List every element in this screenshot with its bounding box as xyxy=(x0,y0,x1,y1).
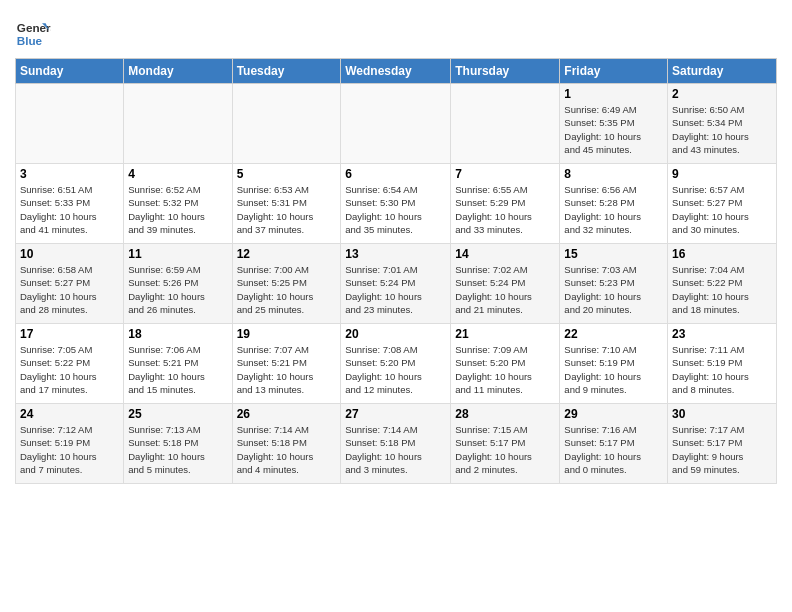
day-header-monday: Monday xyxy=(124,59,232,84)
calendar-cell: 26Sunrise: 7:14 AM Sunset: 5:18 PM Dayli… xyxy=(232,404,341,484)
day-info: Sunrise: 7:10 AM Sunset: 5:19 PM Dayligh… xyxy=(564,343,663,396)
day-number: 3 xyxy=(20,167,119,181)
calendar-week-2: 3Sunrise: 6:51 AM Sunset: 5:33 PM Daylig… xyxy=(16,164,777,244)
calendar-cell: 27Sunrise: 7:14 AM Sunset: 5:18 PM Dayli… xyxy=(341,404,451,484)
day-info: Sunrise: 6:51 AM Sunset: 5:33 PM Dayligh… xyxy=(20,183,119,236)
day-info: Sunrise: 7:04 AM Sunset: 5:22 PM Dayligh… xyxy=(672,263,772,316)
calendar-cell: 25Sunrise: 7:13 AM Sunset: 5:18 PM Dayli… xyxy=(124,404,232,484)
day-number: 22 xyxy=(564,327,663,341)
day-info: Sunrise: 6:58 AM Sunset: 5:27 PM Dayligh… xyxy=(20,263,119,316)
calendar-cell: 6Sunrise: 6:54 AM Sunset: 5:30 PM Daylig… xyxy=(341,164,451,244)
calendar-cell: 15Sunrise: 7:03 AM Sunset: 5:23 PM Dayli… xyxy=(560,244,668,324)
day-header-tuesday: Tuesday xyxy=(232,59,341,84)
day-header-sunday: Sunday xyxy=(16,59,124,84)
day-number: 12 xyxy=(237,247,337,261)
day-number: 8 xyxy=(564,167,663,181)
day-number: 20 xyxy=(345,327,446,341)
calendar-cell xyxy=(232,84,341,164)
day-number: 25 xyxy=(128,407,227,421)
day-info: Sunrise: 7:08 AM Sunset: 5:20 PM Dayligh… xyxy=(345,343,446,396)
day-info: Sunrise: 6:56 AM Sunset: 5:28 PM Dayligh… xyxy=(564,183,663,236)
calendar-cell: 5Sunrise: 6:53 AM Sunset: 5:31 PM Daylig… xyxy=(232,164,341,244)
day-number: 13 xyxy=(345,247,446,261)
day-number: 19 xyxy=(237,327,337,341)
day-info: Sunrise: 7:11 AM Sunset: 5:19 PM Dayligh… xyxy=(672,343,772,396)
page-header: General Blue xyxy=(15,10,777,52)
day-header-thursday: Thursday xyxy=(451,59,560,84)
day-info: Sunrise: 7:01 AM Sunset: 5:24 PM Dayligh… xyxy=(345,263,446,316)
day-number: 17 xyxy=(20,327,119,341)
day-info: Sunrise: 6:50 AM Sunset: 5:34 PM Dayligh… xyxy=(672,103,772,156)
day-info: Sunrise: 6:57 AM Sunset: 5:27 PM Dayligh… xyxy=(672,183,772,236)
day-number: 23 xyxy=(672,327,772,341)
day-number: 5 xyxy=(237,167,337,181)
calendar-cell: 4Sunrise: 6:52 AM Sunset: 5:32 PM Daylig… xyxy=(124,164,232,244)
calendar-cell: 3Sunrise: 6:51 AM Sunset: 5:33 PM Daylig… xyxy=(16,164,124,244)
logo: General Blue xyxy=(15,16,51,52)
calendar-cell: 16Sunrise: 7:04 AM Sunset: 5:22 PM Dayli… xyxy=(668,244,777,324)
calendar-table: SundayMondayTuesdayWednesdayThursdayFrid… xyxy=(15,58,777,484)
calendar-cell: 22Sunrise: 7:10 AM Sunset: 5:19 PM Dayli… xyxy=(560,324,668,404)
day-header-wednesday: Wednesday xyxy=(341,59,451,84)
calendar-cell: 17Sunrise: 7:05 AM Sunset: 5:22 PM Dayli… xyxy=(16,324,124,404)
day-info: Sunrise: 7:14 AM Sunset: 5:18 PM Dayligh… xyxy=(237,423,337,476)
day-info: Sunrise: 7:16 AM Sunset: 5:17 PM Dayligh… xyxy=(564,423,663,476)
day-number: 30 xyxy=(672,407,772,421)
day-number: 28 xyxy=(455,407,555,421)
calendar-cell xyxy=(341,84,451,164)
day-number: 11 xyxy=(128,247,227,261)
day-header-friday: Friday xyxy=(560,59,668,84)
calendar-cell: 12Sunrise: 7:00 AM Sunset: 5:25 PM Dayli… xyxy=(232,244,341,324)
day-number: 21 xyxy=(455,327,555,341)
day-info: Sunrise: 7:13 AM Sunset: 5:18 PM Dayligh… xyxy=(128,423,227,476)
day-info: Sunrise: 6:52 AM Sunset: 5:32 PM Dayligh… xyxy=(128,183,227,236)
day-info: Sunrise: 7:15 AM Sunset: 5:17 PM Dayligh… xyxy=(455,423,555,476)
day-number: 24 xyxy=(20,407,119,421)
day-header-saturday: Saturday xyxy=(668,59,777,84)
day-number: 15 xyxy=(564,247,663,261)
calendar-cell xyxy=(451,84,560,164)
calendar-cell: 28Sunrise: 7:15 AM Sunset: 5:17 PM Dayli… xyxy=(451,404,560,484)
day-number: 29 xyxy=(564,407,663,421)
calendar-cell: 19Sunrise: 7:07 AM Sunset: 5:21 PM Dayli… xyxy=(232,324,341,404)
day-info: Sunrise: 7:07 AM Sunset: 5:21 PM Dayligh… xyxy=(237,343,337,396)
svg-text:Blue: Blue xyxy=(17,34,43,47)
calendar-cell: 1Sunrise: 6:49 AM Sunset: 5:35 PM Daylig… xyxy=(560,84,668,164)
day-number: 14 xyxy=(455,247,555,261)
day-info: Sunrise: 7:06 AM Sunset: 5:21 PM Dayligh… xyxy=(128,343,227,396)
calendar-cell: 21Sunrise: 7:09 AM Sunset: 5:20 PM Dayli… xyxy=(451,324,560,404)
calendar-header-row: SundayMondayTuesdayWednesdayThursdayFrid… xyxy=(16,59,777,84)
general-blue-logo-icon: General Blue xyxy=(15,16,51,52)
calendar-cell: 20Sunrise: 7:08 AM Sunset: 5:20 PM Dayli… xyxy=(341,324,451,404)
day-number: 18 xyxy=(128,327,227,341)
day-info: Sunrise: 7:02 AM Sunset: 5:24 PM Dayligh… xyxy=(455,263,555,316)
calendar-cell xyxy=(16,84,124,164)
day-number: 26 xyxy=(237,407,337,421)
day-info: Sunrise: 7:03 AM Sunset: 5:23 PM Dayligh… xyxy=(564,263,663,316)
day-number: 6 xyxy=(345,167,446,181)
calendar-cell xyxy=(124,84,232,164)
calendar-cell: 14Sunrise: 7:02 AM Sunset: 5:24 PM Dayli… xyxy=(451,244,560,324)
calendar-cell: 29Sunrise: 7:16 AM Sunset: 5:17 PM Dayli… xyxy=(560,404,668,484)
calendar-week-3: 10Sunrise: 6:58 AM Sunset: 5:27 PM Dayli… xyxy=(16,244,777,324)
calendar-cell: 2Sunrise: 6:50 AM Sunset: 5:34 PM Daylig… xyxy=(668,84,777,164)
calendar-week-4: 17Sunrise: 7:05 AM Sunset: 5:22 PM Dayli… xyxy=(16,324,777,404)
calendar-cell: 23Sunrise: 7:11 AM Sunset: 5:19 PM Dayli… xyxy=(668,324,777,404)
day-info: Sunrise: 6:55 AM Sunset: 5:29 PM Dayligh… xyxy=(455,183,555,236)
calendar-cell: 9Sunrise: 6:57 AM Sunset: 5:27 PM Daylig… xyxy=(668,164,777,244)
day-number: 4 xyxy=(128,167,227,181)
day-info: Sunrise: 7:05 AM Sunset: 5:22 PM Dayligh… xyxy=(20,343,119,396)
day-info: Sunrise: 7:00 AM Sunset: 5:25 PM Dayligh… xyxy=(237,263,337,316)
day-number: 2 xyxy=(672,87,772,101)
calendar-cell: 24Sunrise: 7:12 AM Sunset: 5:19 PM Dayli… xyxy=(16,404,124,484)
calendar-cell: 8Sunrise: 6:56 AM Sunset: 5:28 PM Daylig… xyxy=(560,164,668,244)
day-info: Sunrise: 7:09 AM Sunset: 5:20 PM Dayligh… xyxy=(455,343,555,396)
day-number: 16 xyxy=(672,247,772,261)
day-number: 27 xyxy=(345,407,446,421)
day-info: Sunrise: 7:14 AM Sunset: 5:18 PM Dayligh… xyxy=(345,423,446,476)
calendar-cell: 13Sunrise: 7:01 AM Sunset: 5:24 PM Dayli… xyxy=(341,244,451,324)
svg-text:General: General xyxy=(17,21,51,34)
day-info: Sunrise: 6:49 AM Sunset: 5:35 PM Dayligh… xyxy=(564,103,663,156)
day-info: Sunrise: 6:54 AM Sunset: 5:30 PM Dayligh… xyxy=(345,183,446,236)
calendar-cell: 30Sunrise: 7:17 AM Sunset: 5:17 PM Dayli… xyxy=(668,404,777,484)
